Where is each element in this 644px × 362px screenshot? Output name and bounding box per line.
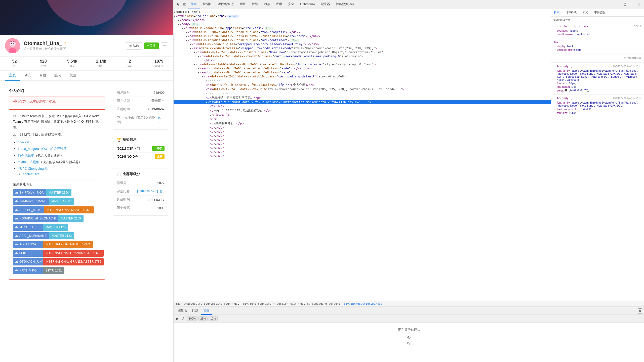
styles-tab-eventlisteners[interactable]: 事件监听: [591, 9, 608, 16]
dom-line-introduction-selected[interactable]: ▼ <div data-v-e5a8d8f0 data-v-fe28b16c c…: [174, 100, 551, 104]
dom-line-doctype[interactable]: <!DOCTYPE html>: [174, 10, 551, 14]
bottom-panel-close-button[interactable]: ✕: [638, 308, 642, 313]
dom-line-ul[interactable]: ▶ <ul>…</ul>: [174, 113, 551, 117]
devtools-tab-memory[interactable]: 内存: [261, 0, 273, 9]
myth-link[interactable]: mythOI 试题集: [18, 160, 39, 164]
dom-line-p1[interactable]: <p>…</p>: [174, 104, 551, 108]
reg-label: 注册时间: [117, 107, 130, 111]
devtools-device-icon[interactable]: [182, 2, 188, 8]
dom-line-wrapped-header[interactable]: ▶ <div data-v-7ddab1d5 class="wrapped lf…: [174, 42, 551, 46]
stat-rank[interactable]: 2 排名: [115, 57, 144, 70]
dom-line-p-a2[interactable]: <p>…</p>: [174, 130, 551, 134]
dom-line-p-notice[interactable]: <p>系统维护，该内容暂时不可见。</p>: [174, 95, 551, 100]
devtools-close-icon[interactable]: ✕: [636, 2, 642, 8]
devtools-tab-perf-insights[interactable]: 性能数据分析: [333, 0, 357, 9]
dom-line-p-qq[interactable]: <p>qq：1342724442，欢迎找我交流。</p>: [174, 108, 551, 113]
dom-line-p-accounts[interactable]: <p>菜菜的账号们：</p>: [174, 121, 551, 126]
dom-line-side[interactable]: ▶ <section data-v-0cd59e64 data-v-6febb0…: [174, 66, 551, 70]
animation-refresh-area: ↻ 1秒: [179, 335, 639, 345]
devtools-tab-elements[interactable]: 元素: [188, 0, 200, 9]
breadcrumb-section-main[interactable]: section.main: [277, 302, 297, 305]
dom-line-p-a4[interactable]: <p>…</p>: [174, 138, 551, 142]
dom-line-p-a6[interactable]: <p>…</p>: [174, 146, 551, 150]
message-button[interactable]: ✉ 私信: [126, 42, 142, 50]
bottom-tab-issues[interactable]: 问题: [190, 307, 201, 315]
dom-line-hr[interactable]: <hr>: [174, 117, 551, 121]
tab-practice[interactable]: 练习: [50, 71, 65, 81]
breadcrumb-introduction[interactable]: div.introduction.marked: [344, 302, 382, 305]
devtools-tab-performance[interactable]: 性能: [249, 0, 261, 9]
styles-tab-layout[interactable]: 布局: [580, 9, 591, 16]
contest-site-link[interactable]: contest site: [23, 172, 39, 176]
dom-line-full-container[interactable]: ▼ <div data-v-6febb0e8 data-v-0cd59e64 d…: [174, 62, 551, 66]
devtools-tab-sources[interactable]: 源代码/来源: [215, 0, 237, 9]
dom-line-progress[interactable]: ▶ <div data-v-6330a2e0 data-v-7ddab1d5 c…: [174, 30, 551, 34]
breadcrumb-main[interactable]: main.wrapped.lfe-body.mobile-body: [176, 302, 231, 305]
more-button[interactable]: ⋯: [161, 42, 168, 49]
dom-line-p-a3[interactable]: <p>…</p>: [174, 134, 551, 138]
yupc-link[interactable]: YUPC Chongqing 站: [18, 167, 48, 170]
devtools-tab-console[interactable]: 控制台: [200, 0, 215, 9]
follow-button[interactable]: + 关注: [144, 42, 159, 49]
inaba-link[interactable]: Inaba_Meguru（OU）的公开试题: [18, 147, 67, 151]
devtools-settings-icon[interactable]: ⚙: [622, 2, 628, 8]
breadcrumb-card[interactable]: div.card.padding-default: [300, 302, 340, 305]
dom-line-html[interactable]: ▼ <html class="no-js" lang="zh" > scroll: [174, 14, 551, 18]
bottom-tab-console[interactable]: 控制台: [176, 307, 190, 315]
dom-line-nav[interactable]: ▶ <nav data-v-12f1946d data-v-1da2a308 d…: [174, 34, 551, 38]
devtools-tab-security[interactable]: 安全: [285, 0, 297, 9]
devtools-tab-lighthouse[interactable]: Lighthouse: [297, 0, 318, 9]
dom-line-p-a8[interactable]: <p>…</p>: [174, 154, 551, 158]
anim-speed-100-button[interactable]: 100%: [187, 316, 197, 321]
tab-home[interactable]: 主页: [5, 71, 20, 81]
anim-replay-button[interactable]: ↺: [181, 316, 184, 321]
animation-waiting-area: 正在等待动画... ↻ 1秒: [174, 323, 644, 350]
bottom-tab-animations[interactable]: 动画: [201, 307, 212, 315]
dom-line-style-div[interactable]: <div data-v-f9624136 data-v-fe28b16c sty…: [174, 87, 551, 91]
dom-line-p-a5[interactable]: <p>…</p>: [174, 142, 551, 146]
dom-line-usershow[interactable]: ▶ <div data-v-f9624136 data-v-7ddab1d5 c…: [174, 50, 551, 54]
breadcrumb-full-container[interactable]: div.full-container: [243, 302, 273, 305]
styles-tab-computed[interactable]: 计算样式: [562, 9, 580, 16]
animation-refresh-button[interactable]: ↻: [407, 335, 411, 341]
dom-line-head[interactable]: ▶ <head>…</head>: [174, 18, 551, 22]
dom-line-card-padding[interactable]: ▼ <div data-v-f9624136 data-v-fe28b16c c…: [174, 74, 551, 78]
breadcrumb-div[interactable]: div: [234, 302, 239, 305]
original-link[interactable]: 原创试题集: [18, 154, 34, 157]
dom-line-comment1[interactable]: <!------>: [174, 78, 551, 82]
intro-link-2: Inaba_Meguru（OU）的公开试题: [18, 146, 101, 152]
dom-line-body[interactable]: ▼ <body> flex: [174, 22, 551, 26]
stat-pass[interactable]: 2.14k 通过: [87, 57, 116, 70]
dom-line-h3[interactable]: <h3 data-v-fe28b16c data-v-f9624136 clas…: [174, 82, 551, 87]
dom-line-app[interactable]: ▶ <div data-v-7ddab1d5 id="app" class="l…: [174, 26, 551, 30]
stat-following[interactable]: 52 关注: [0, 57, 29, 70]
anim-speed-10-button[interactable]: 10%: [209, 316, 218, 321]
anim-play-pause-button[interactable]: ▶: [176, 316, 179, 321]
rating-match-label: 评定比赛: [117, 189, 130, 194]
dom-line-main[interactable]: ▼ <main data-v-7ddab1d5 class="wrapped l…: [174, 46, 551, 50]
tab-column[interactable]: 专栏: [35, 71, 50, 81]
tab-activity[interactable]: 动态: [20, 71, 35, 81]
dom-panel[interactable]: <!DOCTYPE html> ▼ <html class="no-js" la…: [174, 9, 551, 301]
dom-line-section-main[interactable]: ▼ <section data-v-0cd59e64 data-v-6febb0…: [174, 70, 551, 74]
awards-card: 🏆 获奖信息 [2021] CSP入门 一等奖 [2024] NOID类 金牌: [113, 134, 168, 164]
devtools-cursor-icon[interactable]: [176, 2, 182, 8]
anim-speed-25-button[interactable]: 25%: [198, 316, 208, 321]
dom-line-card-header[interactable]: ▼ <div data-v-f9624136 data-v-fe28b16c c…: [174, 54, 551, 58]
devtools-tab-recorder[interactable]: 记录器: [318, 0, 333, 9]
devtools-tab-application[interactable]: 应用: [273, 0, 285, 9]
checklist-link[interactable]: checklist: [18, 140, 30, 144]
dom-line-comment2[interactable]: <!-- ... -->: [174, 91, 551, 95]
stat-fans[interactable]: 920 粉丝: [29, 57, 58, 70]
styles-source-lfe2: loader.css?…41114:1: [613, 97, 641, 99]
devtools-tab-network[interactable]: 网络: [237, 0, 249, 9]
stat-submit[interactable]: 5.54k 提交: [58, 57, 87, 70]
dom-line-p-a7[interactable]: <p>…</p>: [174, 150, 551, 154]
devtools-overflow-icon[interactable]: ⋮: [629, 2, 635, 8]
dom-line-arc[interactable]: ▼ <div data-v-4b3a0de3 data-v-7ddab1d5 c…: [174, 38, 551, 42]
dom-line-dots[interactable]: …</div>: [174, 58, 551, 62]
stat-score[interactable]: 1879 等级分: [144, 57, 173, 70]
tab-follow[interactable]: 关注: [65, 71, 80, 81]
dom-line-p-a1[interactable]: <p>…</p>: [174, 126, 551, 130]
styles-tab-styles[interactable]: 样式: [551, 9, 562, 16]
